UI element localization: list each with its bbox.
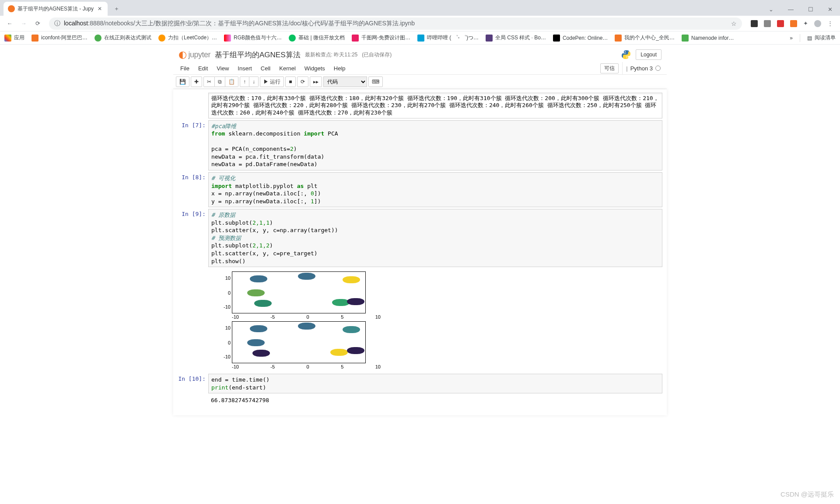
apps-shortcut[interactable]: 应用: [4, 34, 24, 42]
bookmark-item[interactable]: 全局 CSS 样式 · Bo…: [486, 34, 546, 42]
reading-list-button[interactable]: ▤阅读清单: [807, 34, 836, 42]
copy-button[interactable]: ⧉: [215, 76, 225, 87]
move-up-button[interactable]: ↑: [240, 76, 249, 87]
extension-icon[interactable]: [777, 20, 784, 27]
address-bar[interactable]: ⓘ localhost:8888/notebooks/大三上/数据挖掘作业/第二…: [49, 17, 742, 30]
menubar: File Edit View Insert Cell Kernel Widget…: [173, 62, 667, 75]
output-cell: 10 0 -10 -10-50510: [173, 268, 667, 373]
menu-cell[interactable]: Cell: [256, 63, 275, 74]
output-scrolled[interactable]: 循环迭代次数：170，此时有330个簇 循环迭代次数：180，此时有320个簇 …: [208, 93, 662, 118]
extension-icon[interactable]: [751, 20, 758, 27]
notebook-name[interactable]: 基于组平均的AGNES算法: [215, 50, 301, 60]
code-input[interactable]: end = time.time() print(end-start): [208, 374, 662, 393]
bookmark-item[interactable]: 在线正则表达式测试: [94, 34, 151, 42]
restart-run-all-button[interactable]: ▸▸: [310, 76, 322, 87]
code-cell[interactable]: In [8]: # 可视化 import matplotlib.pyplot a…: [173, 171, 667, 208]
matplotlib-figure: 10 0 -10 -10-50510: [208, 269, 662, 372]
paste-button[interactable]: 📋: [225, 76, 238, 87]
reload-button[interactable]: ⟳: [32, 17, 44, 30]
browser-toolbar: ← → ⟳ ⓘ localhost:8888/notebooks/大三上/数据挖…: [0, 16, 840, 31]
back-button[interactable]: ←: [4, 17, 16, 30]
bookmark-item[interactable]: CodePen: Online…: [553, 35, 608, 42]
kernel-status-icon: [655, 66, 661, 71]
restart-button[interactable]: ⟳: [297, 76, 308, 87]
extension-icon[interactable]: [764, 20, 771, 27]
input-prompt: In [9]:: [173, 209, 208, 267]
bookmark-favicon: [486, 35, 493, 42]
extensions-menu-icon[interactable]: ✦: [803, 20, 808, 27]
bookmark-star-icon[interactable]: ☆: [731, 20, 737, 27]
bookmark-item[interactable]: RGB颜色值与十六…: [224, 34, 282, 42]
output-cell: 循环迭代次数：170，此时有330个簇 循环迭代次数：180，此时有320个簇 …: [173, 92, 667, 119]
minimize-button[interactable]: —: [781, 3, 801, 16]
output-text: 66.87382745742798: [208, 395, 662, 406]
forward-button: →: [18, 17, 30, 30]
maximize-button[interactable]: ☐: [801, 3, 820, 16]
code-cell[interactable]: In [7]: #pca降维 from sklearn.decompositio…: [173, 119, 667, 171]
menu-kernel[interactable]: Kernel: [275, 63, 300, 74]
kernel-indicator[interactable]: | Python 3: [622, 62, 664, 74]
command-palette-button[interactable]: ⌨: [368, 76, 383, 87]
menu-help[interactable]: Help: [329, 63, 350, 74]
window-controls: ⌄ — ☐ ✕: [761, 3, 840, 16]
code-input[interactable]: # 可视化 import matplotlib.pyplot as plt x …: [208, 172, 662, 207]
python-logo-icon: [621, 49, 631, 60]
code-cell[interactable]: In [10]: end = time.time() print(end-sta…: [173, 373, 667, 394]
output-prompt: [173, 395, 208, 406]
bookmark-item[interactable]: Namenode infor…: [682, 35, 734, 42]
checkpoint-status: 最新检查点: 昨天11:25: [305, 51, 358, 59]
bookmark-item[interactable]: 基础 | 微信开放文档: [289, 34, 345, 42]
browser-tab-strip: 基于组平均的AGNES算法 - Jupy ✕ ＋ ⌄ — ☐ ✕: [0, 0, 840, 16]
watermark: CSDN @远哥挺乐: [780, 490, 834, 499]
info-icon[interactable]: ⓘ: [54, 20, 60, 28]
menu-view[interactable]: View: [212, 63, 233, 74]
bookmark-favicon: [94, 35, 102, 42]
bookmarks-bar: 应用 iconfont-阿里巴巴… 在线正则表达式测试 力扣（LeetCode）…: [0, 31, 840, 45]
reading-list-icon: ▤: [807, 35, 812, 41]
close-window-button[interactable]: ✕: [820, 3, 840, 16]
interrupt-button[interactable]: ■: [285, 76, 295, 87]
bookmark-item[interactable]: iconfont-阿里巴巴…: [32, 34, 88, 42]
insert-cell-button[interactable]: ✚: [191, 76, 202, 87]
bookmark-item[interactable]: 我的个人中心_全民…: [615, 34, 675, 42]
trusted-indicator[interactable]: 可信: [600, 63, 619, 73]
profile-avatar[interactable]: [814, 20, 821, 27]
bookmark-favicon: [289, 35, 296, 42]
chevron-down-icon[interactable]: ⌄: [761, 3, 781, 16]
new-tab-button[interactable]: ＋: [110, 3, 122, 15]
logout-button[interactable]: Logout: [636, 49, 662, 60]
notebook-header: ◐jupyter 基于组平均的AGNES算法 最新检查点: 昨天11:25 (已…: [173, 45, 667, 62]
output-prompt: [173, 269, 208, 372]
autosave-status: (已自动保存): [362, 51, 392, 59]
bookmark-item[interactable]: 哔哩哔哩 ( ゜- ゜)つ…: [417, 34, 479, 42]
cut-button[interactable]: ✂: [203, 76, 215, 87]
scatter-subplot-1: 10 0 -10: [232, 271, 366, 313]
apps-icon: [4, 35, 11, 42]
extension-icon[interactable]: [790, 20, 797, 27]
toolbar: 💾 ✚ ✂ ⧉ 📋 ↑ ↓ ▶ 运行 ■ ⟳ ▸▸ 代码 ⌨: [173, 75, 667, 89]
menu-file[interactable]: File: [176, 63, 194, 74]
menu-widgets[interactable]: Widgets: [300, 63, 329, 74]
bookmark-item[interactable]: 力扣（LeetCode）…: [158, 34, 217, 42]
notebook-area[interactable]: 循环迭代次数：170，此时有330个簇 循环迭代次数：180，此时有320个簇 …: [173, 92, 667, 407]
bookmarks-overflow[interactable]: »: [790, 35, 793, 41]
code-input[interactable]: #pca降维 from sklearn.decomposition import…: [208, 120, 662, 170]
code-input[interactable]: # 原数据 plt.subplot(2,1,1) plt.scatter(x, …: [208, 209, 662, 267]
menu-edit[interactable]: Edit: [194, 63, 212, 74]
browser-tab-active[interactable]: 基于组平均的AGNES算法 - Jupy ✕: [4, 2, 108, 16]
browser-menu-icon[interactable]: ⋮: [827, 20, 833, 27]
menu-insert[interactable]: Insert: [233, 63, 256, 74]
cell-type-select[interactable]: 代码: [323, 76, 367, 87]
bookmark-favicon: [682, 35, 689, 42]
save-button[interactable]: 💾: [176, 76, 189, 87]
extension-icons: ✦ ⋮: [747, 20, 836, 27]
bookmark-favicon: [553, 35, 560, 42]
jupyter-logo[interactable]: ◐jupyter: [178, 49, 210, 60]
code-cell[interactable]: In [9]: # 原数据 plt.subplot(2,1,1) plt.sca…: [173, 208, 667, 268]
run-button[interactable]: ▶ 运行: [260, 76, 284, 87]
bookmark-item[interactable]: 千图网-免费设计图…: [352, 34, 410, 42]
bookmark-favicon: [224, 35, 231, 42]
url-text: localhost:8888/notebooks/大三上/数据挖掘作业/第二次：…: [64, 20, 415, 28]
move-down-button[interactable]: ↓: [249, 76, 259, 87]
close-tab-icon[interactable]: ✕: [96, 5, 103, 12]
